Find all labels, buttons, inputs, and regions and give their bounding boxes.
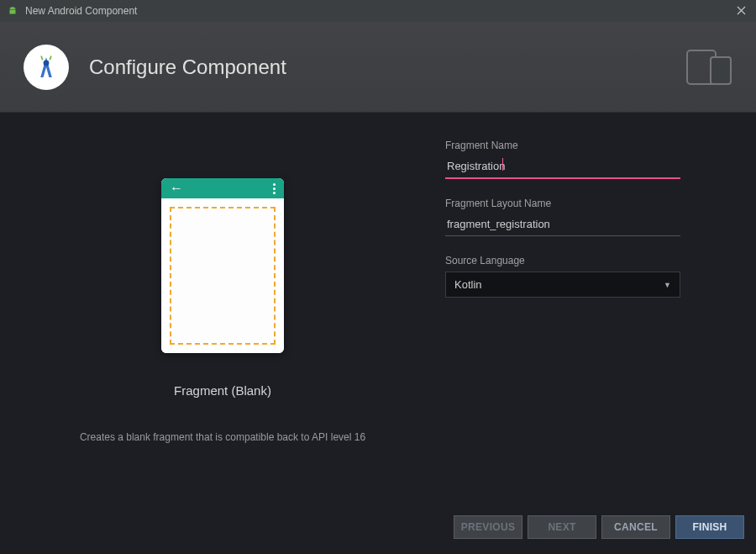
svg-point-2 [44,60,50,66]
preview-description: Creates a blank fragment that is compati… [80,431,365,443]
chevron-down-icon: ▼ [664,281,671,289]
source-language-label: Source Language [445,255,680,266]
window-titlebar: New Android Component [0,0,756,22]
phone-appbar: ← [161,178,284,198]
fragment-name-input[interactable] [445,156,680,179]
overflow-menu-icon [273,183,276,194]
preview-title: Fragment (Blank) [174,383,271,398]
svg-rect-6 [711,57,731,84]
fragment-placeholder [170,207,276,345]
devices-icon [685,49,732,86]
back-arrow-icon: ← [170,182,183,195]
next-button[interactable]: NEXT [528,515,596,539]
cancel-button[interactable]: CANCEL [601,515,670,539]
fragment-name-label: Fragment Name [445,140,680,151]
footer-buttons: PREVIOUS NEXT CANCEL FINISH [454,515,744,539]
header-left: Configure Component [24,45,286,90]
text-cursor [502,158,503,171]
close-icon [737,6,746,15]
svg-rect-3 [40,55,43,60]
phone-mockup: ← [161,178,284,353]
window-title: New Android Component [25,5,137,17]
phone-body [161,198,284,353]
android-studio-logo [24,45,69,90]
previous-button[interactable]: PREVIOUS [454,515,522,539]
page-title: Configure Component [89,55,286,79]
content-area: ← Fragment (Blank) Creates a blank fragm… [0,113,756,499]
layout-name-group: Fragment Layout Name [445,198,680,236]
finish-button[interactable]: FINISH [675,515,744,539]
source-language-select[interactable]: Kotlin ▼ [445,272,680,298]
svg-rect-4 [49,55,51,60]
source-language-value: Kotlin [454,278,482,291]
dialog-header: Configure Component [0,22,756,113]
android-icon [7,5,18,17]
layout-name-label: Fragment Layout Name [445,198,680,209]
source-language-group: Source Language Kotlin ▼ [445,255,680,298]
close-button[interactable] [732,4,749,18]
layout-name-input[interactable] [445,214,680,236]
fragment-name-group: Fragment Name [445,140,680,179]
form-panel: Fragment Name Fragment Layout Name Sourc… [445,113,756,499]
preview-panel: ← Fragment (Blank) Creates a blank fragm… [0,113,445,499]
titlebar-left: New Android Component [7,5,137,17]
